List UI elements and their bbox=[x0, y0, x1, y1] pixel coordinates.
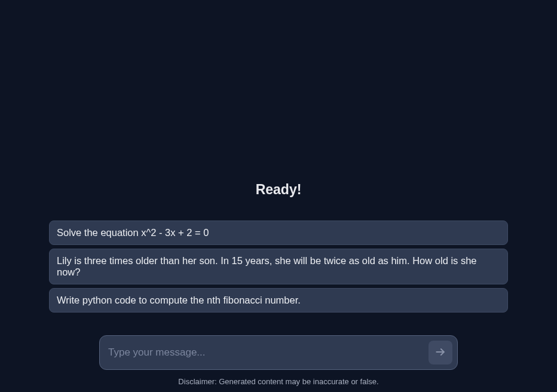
main-content: Ready! Solve the equation x^2 - 3x + 2 =… bbox=[0, 182, 557, 392]
arrow-right-icon bbox=[434, 346, 446, 360]
suggestions-list: Solve the equation x^2 - 3x + 2 = 0 Lily… bbox=[49, 220, 508, 313]
suggestion-card[interactable]: Write python code to compute the nth fib… bbox=[49, 288, 508, 313]
message-input[interactable] bbox=[108, 341, 429, 365]
send-button[interactable] bbox=[429, 341, 452, 365]
suggestion-card[interactable]: Solve the equation x^2 - 3x + 2 = 0 bbox=[49, 220, 508, 245]
suggestion-card[interactable]: Lily is three times older than her son. … bbox=[49, 249, 508, 284]
message-input-container bbox=[99, 335, 458, 370]
disclaimer-text: Disclaimer: Generated content may be ina… bbox=[178, 377, 378, 386]
ready-heading: Ready! bbox=[256, 182, 302, 198]
